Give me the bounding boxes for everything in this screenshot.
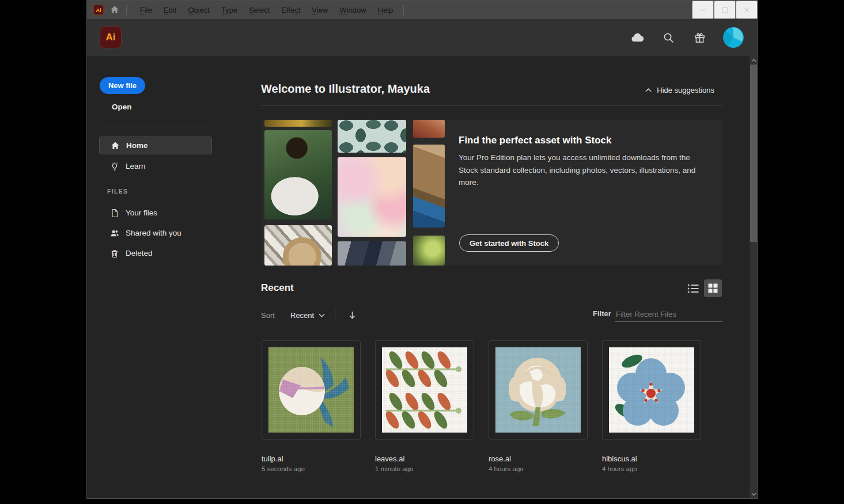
house-icon [110, 5, 119, 14]
app-system-icon[interactable]: Ai [93, 5, 104, 15]
title-bar: Ai FileEditObjectTypeSelectEffectViewWin… [87, 1, 758, 19]
minimize-icon [700, 7, 706, 13]
sidebar-item-label: Home [126, 141, 148, 150]
sidebar-item-label: Your files [126, 209, 157, 217]
titlebar-divider-2 [403, 5, 404, 15]
scroll-up-button[interactable] [750, 56, 758, 65]
sort-label: Sort [261, 311, 275, 320]
sort-divider [335, 307, 335, 322]
collage-column-1 [264, 120, 332, 266]
home-workspace-icon[interactable] [110, 5, 119, 14]
file-time: 5 seconds ago [262, 465, 361, 472]
sidebar-item-label: Deleted [126, 249, 153, 257]
close-icon [744, 7, 750, 13]
maximize-icon [722, 7, 728, 13]
sidebar-item-shared-with-you[interactable]: Shared with you [99, 224, 212, 242]
whats-new-button[interactable] [692, 30, 707, 45]
sidebar-item-home[interactable]: Home [99, 137, 212, 154]
stock-photo-hands [413, 120, 445, 138]
menu-bar: FileEditObjectTypeSelectEffectViewWindow… [134, 4, 399, 16]
recent-section-title: Recent [261, 282, 294, 294]
cloud-sync-button[interactable] [630, 30, 645, 45]
search-button[interactable] [661, 30, 676, 45]
open-button[interactable]: Open [112, 103, 132, 111]
sidebar-item-learn[interactable]: Learn [99, 157, 212, 175]
stock-card-body: Your Pro Edition plan lets you access un… [459, 151, 705, 189]
sidebar-item-deleted[interactable]: Deleted [99, 244, 212, 262]
list-view-icon [687, 283, 699, 294]
gift-icon [693, 31, 706, 44]
close-button[interactable] [736, 1, 758, 19]
trash-icon [110, 249, 119, 258]
file-time: 1 minute ago [375, 465, 474, 472]
chevron-up-icon [645, 88, 652, 92]
stock-photo-woman-with-flowers [264, 130, 332, 219]
file-time: 4 hours ago [489, 465, 588, 472]
rose-thumbnail [495, 347, 581, 433]
hide-suggestions-label: Hide suggestions [657, 86, 714, 94]
filter-recent-files-input[interactable] [615, 307, 722, 322]
menu-object[interactable]: Object [182, 4, 215, 16]
stock-card-title: Find the perfect asset with Stock [459, 135, 611, 146]
chevron-up-icon [751, 59, 756, 62]
stock-photo-striped-pattern [264, 225, 332, 266]
welcome-divider [261, 105, 722, 106]
people-icon [110, 229, 119, 238]
stock-photo-foliage [264, 120, 332, 127]
hide-suggestions-button[interactable]: Hide suggestions [642, 85, 718, 95]
welcome-title: Welcome to Illustrator, Mayuka [261, 82, 430, 96]
leaves-thumbnail [382, 347, 467, 433]
search-icon [662, 31, 675, 44]
vertical-scrollbar [749, 56, 758, 498]
app-header: Ai [87, 19, 758, 56]
files-section-header: FILES [107, 188, 128, 195]
hibiscus-thumbnail [609, 347, 694, 433]
file-name: tulip.ai [262, 454, 361, 463]
menu-help[interactable]: Help [372, 4, 399, 16]
scrollbar-thumb[interactable] [750, 65, 757, 242]
file-name: leaves.ai [375, 454, 474, 463]
grid-view-button[interactable] [704, 279, 722, 297]
menu-view[interactable]: View [306, 4, 334, 16]
collage-column-3 [413, 120, 445, 266]
stock-photo-pebble-texture [338, 120, 406, 153]
grid-view-icon [708, 283, 718, 293]
stock-photo-person-in-suit [338, 241, 406, 266]
sort-direction-button[interactable] [345, 309, 357, 321]
chevron-down-icon [319, 313, 325, 317]
scroll-down-button[interactable] [750, 490, 758, 498]
collage-column-2 [338, 120, 406, 266]
menu-edit[interactable]: Edit [158, 4, 182, 16]
get-started-with-stock-button[interactable]: Get started with Stock [459, 234, 559, 252]
list-view-button[interactable] [684, 281, 699, 296]
file-card-tulip[interactable] [262, 340, 361, 439]
chevron-down-icon [751, 492, 756, 496]
cloud-icon [630, 31, 645, 45]
file-name: hibiscus.ai [602, 454, 701, 463]
menu-file[interactable]: File [134, 4, 158, 16]
menu-effect[interactable]: Effect [275, 4, 306, 16]
stock-photo-green-bird [413, 236, 445, 266]
sort-dropdown-value: Recent [290, 311, 314, 320]
account-avatar[interactable] [723, 27, 744, 48]
illustrator-logo: Ai [100, 26, 122, 48]
menu-window[interactable]: Window [334, 4, 372, 16]
maximize-button[interactable] [714, 1, 736, 19]
file-card-rose[interactable] [489, 340, 588, 439]
file-card-leaves[interactable] [375, 340, 474, 439]
new-file-button[interactable]: New file [100, 77, 145, 94]
sort-dropdown[interactable]: Recent [287, 310, 328, 320]
stock-photo-sea-cliff [413, 145, 445, 228]
menu-select[interactable]: Select [243, 4, 275, 16]
avatar-graphic [723, 27, 744, 48]
file-time: 4 hours ago [602, 465, 701, 472]
sidebar-item-label: Shared with you [126, 229, 181, 237]
stock-promo-card: Find the perfect asset with Stock Your P… [262, 120, 722, 266]
menu-type[interactable]: Type [215, 4, 243, 16]
sidebar-item-your-files[interactable]: Your files [99, 204, 212, 222]
header-actions [630, 27, 744, 48]
file-card-hibiscus[interactable] [602, 340, 701, 439]
file-name: rose.ai [489, 454, 588, 463]
tulip-thumbnail [268, 347, 354, 433]
minimize-button[interactable] [692, 1, 714, 19]
